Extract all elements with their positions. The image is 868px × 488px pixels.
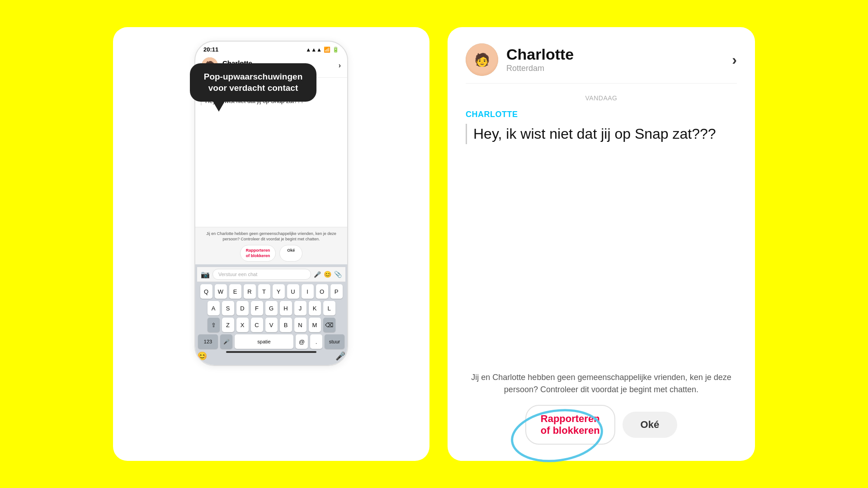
- warning-buttons: Rapporterenof blokkeren Oké: [201, 245, 342, 262]
- right-card: 🧑 Charlotte Rotterdam › VANDAAG CHARLOTT…: [448, 27, 755, 461]
- right-ok-button[interactable]: Oké: [623, 412, 678, 438]
- key-a[interactable]: A: [208, 301, 220, 315]
- key-mic-bottom[interactable]: 🎤: [220, 334, 232, 349]
- key-d[interactable]: D: [236, 301, 249, 315]
- keyboard-toolbar: 📷 Verstuur een chat 🎤 😊 📎: [197, 267, 345, 282]
- right-chat-header: 🧑 Charlotte Rotterdam ›: [466, 43, 737, 84]
- chevron-right-icon[interactable]: ›: [339, 61, 341, 70]
- right-sender-label: CHARLOTTE: [466, 110, 737, 119]
- key-123[interactable]: 123: [198, 334, 218, 349]
- key-c[interactable]: C: [251, 318, 263, 332]
- key-o[interactable]: O: [316, 284, 328, 299]
- emoji-bottom-icon[interactable]: 😊: [197, 351, 207, 361]
- key-space[interactable]: spatie: [235, 334, 293, 349]
- key-h[interactable]: H: [280, 301, 292, 315]
- left-card: Pop-upwaarschuwingen voor verdacht conta…: [113, 27, 429, 461]
- keyboard-row-4: 123 🎤 spatie @ . stuur: [197, 334, 345, 349]
- mic-icon[interactable]: 🎤: [314, 271, 321, 278]
- keyboard-row-2: A S D F G H J K L: [197, 301, 345, 315]
- warning-area: Jij en Charlotte hebben geen gemeenschap…: [195, 227, 347, 264]
- key-v[interactable]: V: [265, 318, 278, 332]
- right-header-info: Charlotte Rotterdam: [506, 46, 732, 73]
- wifi-icon: 📶: [324, 47, 330, 53]
- key-delete[interactable]: ⌫: [323, 318, 335, 332]
- emoji-icon[interactable]: 😊: [324, 271, 331, 278]
- report-button-wrapper: Rapporterenof blokkeren: [525, 405, 615, 445]
- right-avatar: 🧑: [466, 43, 498, 76]
- key-send[interactable]: stuur: [325, 334, 344, 349]
- circle-annotation: [507, 404, 616, 467]
- key-r[interactable]: R: [244, 284, 256, 299]
- key-m[interactable]: M: [309, 318, 321, 332]
- status-bar: 20:11 ▲▲▲ 📶 🔋: [195, 42, 347, 55]
- right-date-label: VANDAAG: [466, 94, 737, 102]
- key-p[interactable]: P: [330, 284, 343, 299]
- warning-text: Jij en Charlotte hebben geen gemeenschap…: [201, 231, 342, 242]
- status-icons: ▲▲▲ 📶 🔋: [306, 47, 339, 53]
- right-warning-area: Jij en Charlotte hebben geen gemeenschap…: [466, 361, 737, 445]
- right-contact-name: Charlotte: [506, 46, 732, 63]
- keyboard-row-1: Q W E R T Y U I O P: [197, 284, 345, 299]
- ok-button[interactable]: Oké: [279, 245, 302, 262]
- key-x[interactable]: X: [236, 318, 249, 332]
- speech-bubble-text: Pop-upwaarschuwingen voor verdacht conta…: [204, 72, 303, 93]
- key-z[interactable]: Z: [222, 318, 234, 332]
- key-j[interactable]: J: [294, 301, 307, 315]
- key-w[interactable]: W: [215, 284, 227, 299]
- keyboard: 📷 Verstuur een chat 🎤 😊 📎 Q W E R T Y U …: [195, 264, 347, 365]
- chat-input[interactable]: Verstuur een chat: [212, 269, 311, 280]
- key-u[interactable]: U: [287, 284, 299, 299]
- key-f[interactable]: F: [251, 301, 263, 315]
- right-chevron-icon[interactable]: ›: [732, 52, 737, 68]
- key-n[interactable]: N: [294, 318, 307, 332]
- right-message-bubble: Hey, ik wist niet dat jij op Snap zat???: [466, 124, 737, 144]
- key-k[interactable]: K: [309, 301, 321, 315]
- signal-icon: ▲▲▲: [306, 47, 322, 53]
- key-shift[interactable]: ⇧: [208, 318, 220, 332]
- key-i[interactable]: I: [302, 284, 314, 299]
- key-t[interactable]: T: [258, 284, 270, 299]
- right-chat-area: VANDAAG CHARLOTTE Hey, ik wist niet dat …: [466, 94, 737, 361]
- right-contact-location: Rotterdam: [506, 64, 732, 73]
- key-q[interactable]: Q: [200, 284, 212, 299]
- time-display: 20:11: [203, 46, 218, 53]
- key-dot[interactable]: .: [310, 334, 322, 349]
- key-y[interactable]: Y: [273, 284, 285, 299]
- key-s[interactable]: S: [222, 301, 234, 315]
- key-b[interactable]: B: [280, 318, 292, 332]
- battery-icon: 🔋: [332, 47, 339, 53]
- home-indicator: [226, 351, 316, 353]
- speech-bubble: Pop-upwaarschuwingen voor verdacht conta…: [190, 63, 316, 102]
- right-avatar-face: 🧑: [466, 43, 498, 76]
- key-e[interactable]: E: [229, 284, 241, 299]
- svg-point-0: [509, 405, 605, 467]
- chat-placeholder: Verstuur een chat: [218, 272, 257, 277]
- report-button[interactable]: Rapporterenof blokkeren: [240, 245, 276, 262]
- mic-bottom-icon[interactable]: 🎤: [335, 351, 345, 361]
- key-g[interactable]: G: [265, 301, 278, 315]
- keyboard-row-3: ⇧ Z X C V B N M ⌫: [197, 318, 345, 332]
- camera-icon[interactable]: 📷: [201, 270, 210, 279]
- sticker-icon[interactable]: 📎: [334, 271, 342, 278]
- right-warning-buttons: Rapporterenof blokkeren Oké: [466, 405, 737, 445]
- keyboard-bottom-row: 😊 🎤: [197, 351, 345, 361]
- key-l[interactable]: L: [323, 301, 335, 315]
- key-at[interactable]: @: [296, 334, 308, 349]
- right-warning-text: Jij en Charlotte hebben geen gemeenschap…: [466, 371, 737, 396]
